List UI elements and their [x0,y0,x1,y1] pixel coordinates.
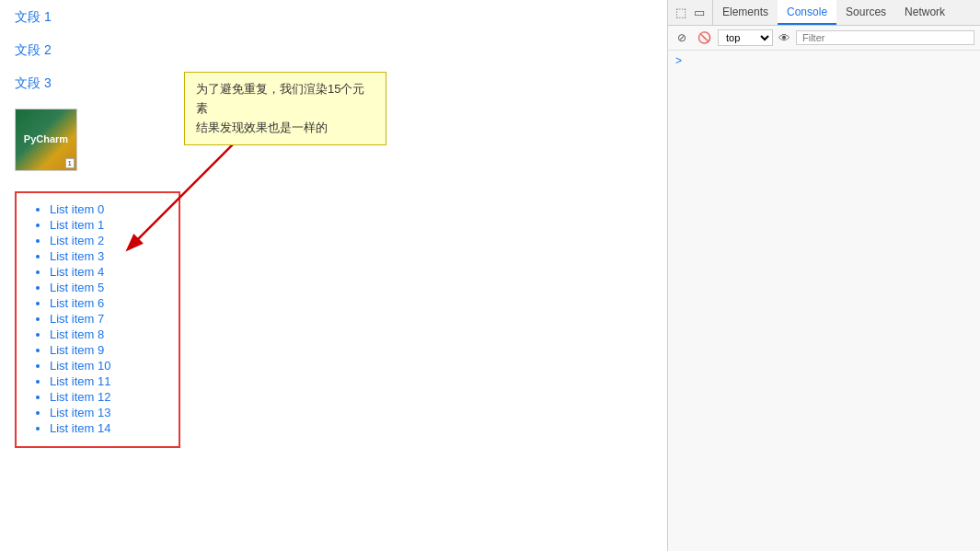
tab-console[interactable]: Console [778,0,836,25]
list-item: List item 11 [50,374,164,388]
book-image-badge: 1 [65,158,75,168]
list-item: List item 10 [50,359,164,373]
list-item: List item 13 [50,406,164,419]
list-items: List item 0List item 1List item 2List it… [31,202,164,435]
console-clear-btn[interactable]: ⊘ [674,29,690,46]
device-icon[interactable]: ▭ [692,6,707,20]
list-item: List item 9 [50,343,164,357]
book-image: PyCharm 1 [15,109,77,171]
tab-elements[interactable]: Elements [713,0,778,25]
inspect-icon[interactable]: ⬚ [674,6,688,20]
devtools-tabs-bar: ⬚ ▭ Elements Console Sources Network [668,0,980,26]
list-item: List item 0 [50,202,164,216]
list-item: List item 14 [50,421,164,435]
eye-icon[interactable]: 👁 [778,31,790,45]
console-filter-btn[interactable]: 🚫 [696,29,712,46]
list-item: List item 6 [50,296,164,310]
book-image-label: PyCharm [24,133,68,145]
tab-network[interactable]: Network [895,0,954,25]
list-item: List item 7 [50,312,164,326]
list-item: List item 12 [50,390,164,404]
list-item: List item 8 [50,327,164,341]
list-item: List item 5 [50,281,164,294]
callout-tooltip: 为了避免重复，我们渲染15个元素 结果发现效果也是一样的 [184,72,386,145]
paragraph-link-1[interactable]: 文段 1 [15,9,652,26]
tab-sources[interactable]: Sources [836,0,895,25]
list-item: List item 4 [50,265,164,279]
main-content: 文段 1 文段 2 文段 3 PyCharm 1 为了避免重复，我们渲染15个元… [0,0,667,551]
list-item: List item 2 [50,234,164,247]
devtools-toolbar: ⊘ 🚫 top 👁 [668,26,980,51]
callout-line1: 为了避免重复，我们渲染15个元素 [196,82,364,115]
list-item: List item 3 [50,249,164,263]
filter-input[interactable] [796,30,974,45]
callout-line2: 结果发现效果也是一样的 [196,121,328,134]
devtools-panel: ⬚ ▭ Elements Console Sources Network ⊘ 🚫… [667,0,980,551]
list-item: List item 1 [50,218,164,232]
paragraph-link-2[interactable]: 文段 2 [15,42,652,59]
console-chevron[interactable]: > [675,54,682,67]
list-box: List item 0List item 1List item 2List it… [15,191,180,448]
devtools-console-body: > [668,51,980,551]
devtools-left-icons: ⬚ ▭ [668,0,713,26]
context-selector[interactable]: top [718,29,773,46]
